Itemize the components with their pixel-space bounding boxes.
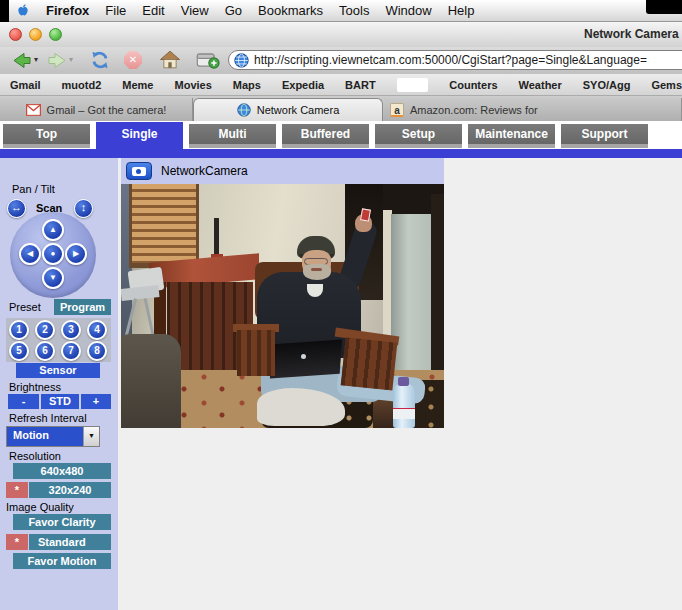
corner-artifact-left [0, 0, 9, 22]
camtab-support[interactable]: Support [561, 124, 648, 148]
quality-favor-clarity-button[interactable]: Favor Clarity [13, 514, 111, 530]
preset-7-button[interactable]: 7 [61, 341, 81, 361]
tab-gmail[interactable]: Gmail – Got the camera! [0, 98, 193, 121]
bookmark-weather[interactable]: Weather [519, 79, 562, 91]
menu-view[interactable]: View [181, 3, 209, 18]
mac-menu-bar: Firefox File Edit View Go Bookmarks Tool… [0, 0, 682, 22]
tab-gmail-label: Gmail – Got the camera! [47, 104, 167, 116]
photo-chair-arm-right [341, 337, 398, 390]
menu-edit[interactable]: Edit [142, 3, 164, 18]
refresh-interval-value: Motion [7, 427, 83, 446]
camtab-buffered-image[interactable]: Buffered Image [282, 124, 369, 148]
preset-1-button[interactable]: 1 [9, 320, 29, 340]
brightness-std-button[interactable]: STD [41, 394, 79, 409]
preset-4-button[interactable]: 4 [87, 320, 107, 340]
preset-5-button[interactable]: 5 [9, 341, 29, 361]
browser-toolbar: ▾ ▾ ✕ http://scr [0, 47, 682, 75]
camtab-multi[interactable]: Multi [189, 124, 276, 148]
menu-firefox[interactable]: Firefox [46, 3, 89, 18]
photo-water-bottle [393, 384, 415, 428]
preset-3-button[interactable]: 3 [61, 320, 81, 340]
pad-down-button[interactable]: ▼ [42, 267, 64, 289]
back-dropdown-caret[interactable]: ▾ [34, 55, 38, 64]
forward-dropdown-caret[interactable]: ▾ [69, 55, 73, 64]
url-bar[interactable]: http://scripting.viewnetcam.com:50000/Cg… [228, 50, 682, 70]
menu-bookmarks[interactable]: Bookmarks [258, 3, 323, 18]
bookmark-movies[interactable]: Movies [175, 79, 212, 91]
photo-chair-arm-left [237, 330, 275, 376]
photo-bottle-cap [398, 377, 409, 386]
pan-tilt-label: Pan / Tilt [12, 183, 55, 195]
minimize-button[interactable] [29, 28, 42, 41]
bookmark-redacted[interactable] [397, 78, 429, 92]
menu-window[interactable]: Window [385, 3, 431, 18]
window-title: Network Camera [584, 27, 682, 43]
preset-6-button[interactable]: 6 [35, 341, 55, 361]
reload-button-icon[interactable] [90, 50, 110, 70]
quality-favor-motion-button[interactable]: Favor Motion [13, 553, 111, 569]
bookmark-syo-agg[interactable]: SYO/Agg [583, 79, 631, 91]
pad-up-button[interactable]: ▲ [42, 219, 64, 241]
preset-2-button[interactable]: 2 [35, 320, 55, 340]
scan-horizontal-button[interactable]: ↔ [7, 199, 26, 218]
resolution-320-button[interactable]: 320x240 [29, 482, 111, 498]
photo-bottle-label [393, 408, 415, 419]
photo-door [391, 214, 433, 376]
apple-menu-icon[interactable] [16, 3, 30, 18]
home-button-icon[interactable] [160, 50, 180, 69]
camtab-single[interactable]: Single [96, 122, 183, 149]
select-dropdown-icon[interactable]: ▼ [83, 427, 99, 446]
tab-amazon-label: Amazon.com: Reviews for [410, 104, 538, 116]
camera-banner: NetworkCamera [121, 158, 444, 184]
menu-tools[interactable]: Tools [339, 3, 369, 18]
url-text[interactable]: http://scripting.viewnetcam.com:50000/Cg… [254, 53, 647, 67]
tab-network-camera[interactable]: Network Camera [193, 98, 383, 121]
pad-home-button[interactable]: ● [42, 243, 64, 265]
camtab-top[interactable]: Top [3, 124, 90, 148]
camtab-maintenance[interactable]: Maintenance [468, 124, 555, 148]
forward-button-icon[interactable] [47, 52, 67, 69]
screen: Firefox File Edit View Go Bookmarks Tool… [0, 0, 682, 610]
resolution-label: Resolution [9, 450, 61, 462]
camera-banner-title: NetworkCamera [161, 158, 248, 184]
menu-file[interactable]: File [105, 3, 126, 18]
stop-button-icon[interactable]: ✕ [124, 51, 142, 69]
brightness-minus-button[interactable]: - [8, 394, 39, 409]
camera-sidebar: Pan / Tilt ↔ Scan ↕ ▲ ◀ ● ▶ ▼ Preset Pro… [0, 158, 118, 610]
scan-vertical-button[interactable]: ↕ [74, 199, 93, 218]
refresh-interval-label: Refresh Interval [9, 412, 87, 424]
window-title-bar: Network Camera [0, 22, 682, 48]
bookmark-expedia[interactable]: Expedia [282, 79, 324, 91]
bookmark-gmail[interactable]: Gmail [10, 79, 41, 91]
pad-left-button[interactable]: ◀ [19, 243, 41, 265]
pad-right-button[interactable]: ▶ [65, 243, 87, 265]
preset-8-button[interactable]: 8 [87, 341, 107, 361]
photo-door-gap [431, 194, 444, 389]
tab-amazon[interactable]: a Amazon.com: Reviews for [384, 98, 682, 121]
camera-icon [126, 162, 152, 180]
photo-blinds [132, 184, 196, 263]
menu-help[interactable]: Help [448, 3, 475, 18]
bookmark-maps[interactable]: Maps [233, 79, 261, 91]
image-quality-label: Image Quality [6, 501, 74, 513]
resolution-640-button[interactable]: 640x480 [13, 463, 111, 479]
bookmark-muotd2[interactable]: muotd2 [62, 79, 102, 91]
bookmark-gems[interactable]: Gems [651, 79, 682, 91]
program-button[interactable]: Program [54, 299, 111, 315]
refresh-interval-select[interactable]: Motion ▼ [6, 426, 100, 447]
bookmark-counters[interactable]: Counters [449, 79, 497, 91]
bookmark-meme[interactable]: Meme [122, 79, 153, 91]
photo-laptop-logo [301, 354, 306, 359]
download-manager-icon[interactable] [196, 50, 220, 69]
close-button[interactable] [9, 28, 22, 41]
back-button-icon[interactable] [12, 52, 32, 69]
brightness-plus-button[interactable]: + [81, 394, 111, 409]
camtab-setup[interactable]: Setup [375, 124, 462, 148]
sensor-button[interactable]: Sensor [16, 363, 100, 378]
menu-go[interactable]: Go [225, 3, 242, 18]
amazon-tab-icon: a [390, 103, 404, 117]
zoom-button[interactable] [49, 28, 62, 41]
bookmark-bart[interactable]: BART [345, 79, 376, 91]
tab-globe-icon [237, 103, 251, 117]
quality-standard-button[interactable]: Standard [29, 534, 111, 550]
